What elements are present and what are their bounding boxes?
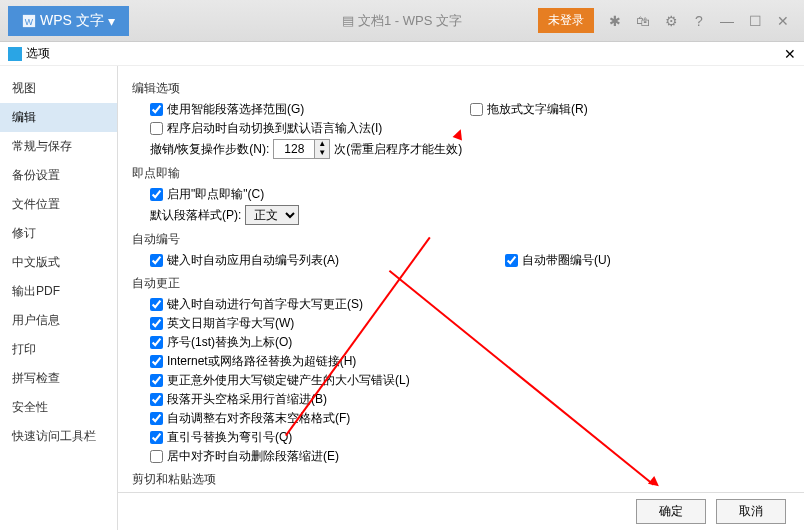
sidebar: 视图 编辑 常规与保存 备份设置 文件位置 修订 中文版式 输出PDF 用户信息… [0,66,118,530]
dialog-footer: 确定 取消 [118,492,804,530]
undo-steps-input[interactable] [274,142,314,156]
checkbox-caps-error[interactable]: 更正意外使用大写锁定键产生的大小写错误(L) [150,372,410,389]
close-icon[interactable]: ✕ [784,46,796,62]
maximize-icon[interactable]: ☐ [742,8,768,34]
default-style-select[interactable]: 正文 [245,205,299,225]
sidebar-item-user[interactable]: 用户信息 [0,306,117,335]
checkbox-cap-first[interactable]: 键入时自动进行句首字母大写更正(S) [150,296,363,313]
login-button[interactable]: 未登录 [538,8,594,33]
checkbox-smart-para[interactable]: 使用智能段落选择范围(G) [150,101,470,118]
content-panel: 编辑选项 使用智能段落选择范围(G) 拖放式文字编辑(R) 程序启动时自动切换到… [118,66,804,530]
doc-icon: ▤ [342,13,354,28]
checkbox-ordinal[interactable]: 序号(1st)替换为上标(O) [150,334,292,351]
app-name: WPS 文字 [40,12,104,30]
section-cut-paste: 剪切和粘贴选项 [132,471,790,488]
sidebar-item-general[interactable]: 常规与保存 [0,132,117,161]
shopping-icon[interactable]: 🛍 [630,8,656,34]
checkbox-auto-number-list[interactable]: 键入时自动应用自动编号列表(A) [150,252,435,269]
checkbox-internet[interactable]: Internet或网络路径替换为超链接(H) [150,353,356,370]
svg-text:W: W [25,16,34,26]
cancel-button[interactable]: 取消 [716,499,786,524]
checkbox-default-ime[interactable]: 程序启动时自动切换到默认语言输入法(I) [150,120,382,137]
app-menu-button[interactable]: W WPS 文字 ▾ [8,6,129,36]
section-instant-input: 即点即输 [132,165,790,182]
spin-down-icon[interactable]: ▼ [315,149,329,158]
sidebar-item-edit[interactable]: 编辑 [0,103,117,132]
minimize-icon[interactable]: — [714,8,740,34]
sidebar-item-qat[interactable]: 快速访问工具栏 [0,422,117,451]
sidebar-item-file-location[interactable]: 文件位置 [0,190,117,219]
dialog-body: 视图 编辑 常规与保存 备份设置 文件位置 修订 中文版式 输出PDF 用户信息… [0,66,804,530]
section-auto-correct: 自动更正 [132,275,790,292]
checkbox-instant-enable[interactable]: 启用"即点即输"(C) [150,186,264,203]
dialog-icon [8,47,22,61]
document-title: ▤ 文档1 - WPS 文字 [342,12,462,30]
checkbox-english-date[interactable]: 英文日期首字母大写(W) [150,315,294,332]
settings-icon[interactable]: ⚙ [658,8,684,34]
sidebar-item-view[interactable]: 视图 [0,74,117,103]
section-edit-options: 编辑选项 [132,80,790,97]
checkbox-drag-text[interactable]: 拖放式文字编辑(R) [470,101,790,118]
checkbox-center-indent[interactable]: 居中对齐时自动删除段落缩进(E) [150,448,339,465]
wps-logo-icon: W [22,14,36,28]
dialog-title: 选项 [26,45,50,62]
undo-steps-spinner[interactable]: ▲▼ [273,139,330,159]
undo-label-pre: 撤销/恢复操作步数(N): [150,141,269,158]
checkbox-quote-replace[interactable]: 直引号替换为弯引号(Q) [150,429,292,446]
help-icon[interactable]: ? [686,8,712,34]
chevron-down-icon: ▾ [108,13,115,29]
gift-icon[interactable]: ✱ [602,8,628,34]
sidebar-item-print[interactable]: 打印 [0,335,117,364]
checkbox-circle-number[interactable]: 自动带圈编号(U) [505,252,790,269]
checkbox-indent-start[interactable]: 段落开头空格采用行首缩进(B) [150,391,327,408]
checkbox-adjust-space[interactable]: 自动调整右对齐段落末空格格式(F) [150,410,350,427]
titlebar: W WPS 文字 ▾ ▤ 文档1 - WPS 文字 未登录 ✱ 🛍 ⚙ ? — … [0,0,804,42]
sidebar-item-security[interactable]: 安全性 [0,393,117,422]
sidebar-item-revision[interactable]: 修订 [0,219,117,248]
close-window-icon[interactable]: ✕ [770,8,796,34]
undo-label-post: 次(需重启程序才能生效) [334,141,462,158]
sidebar-item-chinese[interactable]: 中文版式 [0,248,117,277]
sidebar-item-pdf[interactable]: 输出PDF [0,277,117,306]
dialog-header: 选项 ✕ [0,42,804,66]
default-style-label: 默认段落样式(P): [150,207,241,224]
sidebar-item-backup[interactable]: 备份设置 [0,161,117,190]
section-auto-number: 自动编号 [132,231,790,248]
ok-button[interactable]: 确定 [636,499,706,524]
titlebar-right: 未登录 ✱ 🛍 ⚙ ? — ☐ ✕ [538,8,796,34]
sidebar-item-spell[interactable]: 拼写检查 [0,364,117,393]
